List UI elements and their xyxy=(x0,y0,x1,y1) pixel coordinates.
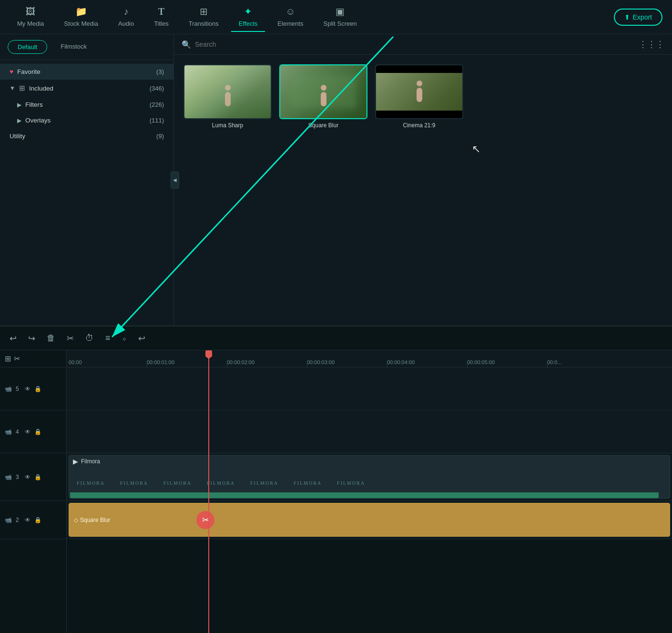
redo-button[interactable]: ↪ xyxy=(26,331,37,346)
nav-elements-label: Elements xyxy=(277,20,303,27)
export-label: Export xyxy=(633,13,652,21)
ruler-mark-2: 00:00:02:00 xyxy=(227,359,255,365)
category-favorite-count: (3) xyxy=(156,68,164,75)
effect-label-luma-sharp: Luma Sharp xyxy=(183,122,272,129)
nav-my-media[interactable]: 🖼 My Media xyxy=(10,2,51,32)
included-grid-icon: ⊞ xyxy=(19,84,25,92)
nav-effects[interactable]: ✦ Effects xyxy=(231,2,265,32)
track2-video-icon: 📹 xyxy=(5,517,12,523)
scissors-on-clip: ✂ xyxy=(196,511,214,529)
filmora-clip-label: ▶ Filmora xyxy=(73,458,100,465)
ruler-mark-3: 00:00:03:00 xyxy=(307,359,335,365)
my-media-icon: 🖼 xyxy=(26,6,35,17)
undo-button[interactable]: ↩ xyxy=(8,331,19,346)
filmora-text-3: FILMORA xyxy=(156,480,199,486)
nav-transitions[interactable]: ⊞ Transitions xyxy=(181,2,226,32)
search-input[interactable] xyxy=(195,41,635,48)
track-label-5: 📹 5 👁 🔒 xyxy=(0,368,66,410)
search-bar: 🔍 ⋮⋮⋮ xyxy=(174,34,672,55)
category-included-count: (346) xyxy=(150,85,164,92)
overlays-chevron-icon: ▶ xyxy=(17,117,21,124)
filmora-text-5: FILMORA xyxy=(243,480,286,486)
track4-number: 4 xyxy=(16,429,19,435)
category-filters-label: Filters xyxy=(25,101,43,108)
track4-eye-icon[interactable]: 👁 xyxy=(25,429,31,435)
effect-card-cinema-21-9[interactable]: Cinema 21:9 xyxy=(375,64,463,129)
nav-split-screen-label: Split Screen xyxy=(324,20,357,27)
category-list: ♥ Favorite (3) ▼ ⊞ Included (346) ▶ Filt… xyxy=(0,60,173,326)
track-5 xyxy=(67,368,672,410)
timeline-area: ↩ ↪ 🗑 ✂ ⏱ ≡ ⬦ ↩ ⊞ ✂ 📹 5 👁 🔒 📹 xyxy=(0,326,672,633)
timer-button[interactable]: ⏱ xyxy=(83,331,96,345)
effect-label-cinema-21-9: Cinema 21:9 xyxy=(375,122,463,129)
nav-audio-label: Audio xyxy=(118,20,134,27)
effect-thumb-cinema-21-9 xyxy=(375,64,463,119)
nav-stock-media[interactable]: 📁 Stock Media xyxy=(56,2,106,32)
effect-label-square-blur: Square Blur xyxy=(279,122,367,129)
filmora-text-6: FILMORA xyxy=(286,480,329,486)
category-utility[interactable]: Utility (9) xyxy=(0,128,173,144)
category-overlays-count: (111) xyxy=(150,117,164,124)
cut-button[interactable]: ✂ xyxy=(65,331,76,346)
track2-eye-icon[interactable]: 👁 xyxy=(25,517,31,523)
panel-collapse-button[interactable]: ◀ xyxy=(171,172,179,189)
filmora-label-text: Filmora xyxy=(81,458,100,465)
export-button[interactable]: ⬆ Export xyxy=(614,9,662,26)
filmora-clip[interactable]: ▶ Filmora FILMORA FILMORA FILMORA FILMOR… xyxy=(69,455,670,499)
delete-button[interactable]: 🗑 xyxy=(45,331,57,345)
add-track-icon[interactable]: ⊞ xyxy=(5,354,11,363)
settings-button[interactable]: ≡ xyxy=(103,331,112,345)
effect-thumb-square-blur xyxy=(279,64,367,119)
effects-grid: Luma Sharp Square Blur xyxy=(174,55,672,138)
nav-split-screen[interactable]: ▣ Split Screen xyxy=(316,2,365,32)
ruler-mark-0: 00:00 xyxy=(69,359,82,365)
elements-icon: ☺ xyxy=(285,6,295,17)
category-favorite-label: Favorite xyxy=(17,68,41,75)
filmora-text-7: FILMORA xyxy=(329,480,373,486)
transitions-icon: ⊞ xyxy=(200,6,208,17)
track-labels-header: ⊞ ✂ xyxy=(0,350,66,368)
track3-number: 3 xyxy=(16,474,19,480)
ruler-mark-4: 00:00:04:00 xyxy=(387,359,415,365)
search-icon: 🔍 xyxy=(182,40,191,49)
nav-audio[interactable]: ♪ Audio xyxy=(111,2,142,32)
category-filters[interactable]: ▶ Filters (226) xyxy=(0,97,173,112)
nav-elements[interactable]: ☺ Elements xyxy=(270,2,311,32)
track3-lock-icon[interactable]: 🔒 xyxy=(34,474,41,480)
category-overlays[interactable]: ▶ Overlays (111) xyxy=(0,112,173,128)
filmora-progress-bar xyxy=(70,492,659,498)
magnet-icon[interactable]: ✂ xyxy=(14,354,20,363)
cursor-indicator: ↖ xyxy=(472,143,480,155)
filters-chevron-icon: ▶ xyxy=(17,102,21,108)
track4-lock-icon[interactable]: 🔒 xyxy=(34,429,41,435)
waveform-button[interactable]: ⬦ xyxy=(120,332,129,345)
grid-toggle-icon[interactable]: ⋮⋮⋮ xyxy=(639,39,664,50)
track3-video-icon: 📹 xyxy=(5,474,12,480)
effect-card-square-blur[interactable]: Square Blur xyxy=(279,64,367,129)
track5-number: 5 xyxy=(16,386,19,392)
tab-default[interactable]: Default xyxy=(8,40,47,54)
timeline-tracks: 00:00 00:00:01:00 00:00:02:00 00:00:03:0… xyxy=(67,350,672,633)
zoom-button[interactable]: ↩ xyxy=(136,331,147,346)
square-blur-diamond-icon: ◇ xyxy=(74,517,78,523)
split-screen-icon: ▣ xyxy=(336,6,345,17)
track5-lock-icon[interactable]: 🔒 xyxy=(34,386,41,392)
titles-icon: T xyxy=(158,6,164,17)
track2-lock-icon[interactable]: 🔒 xyxy=(34,517,41,523)
nav-titles[interactable]: T Titles xyxy=(146,2,176,32)
category-included[interactable]: ▼ ⊞ Included (346) xyxy=(0,80,173,97)
main-layout: Default Filmstock ♥ Favorite (3) ▼ ⊞ Inc… xyxy=(0,34,672,326)
export-icon: ⬆ xyxy=(624,13,630,21)
square-blur-clip[interactable]: ◇ Square Blur ✂ xyxy=(69,503,670,537)
track-label-4: 📹 4 👁 🔒 xyxy=(0,410,66,453)
track5-eye-icon[interactable]: 👁 xyxy=(25,386,31,392)
effect-card-luma-sharp[interactable]: Luma Sharp xyxy=(183,64,272,129)
tab-filmstock[interactable]: Filmstock xyxy=(51,40,96,54)
nav-my-media-label: My Media xyxy=(17,20,44,27)
track3-eye-icon[interactable]: 👁 xyxy=(25,474,31,480)
filmora-text-2: FILMORA xyxy=(112,480,156,486)
stock-media-icon: 📁 xyxy=(75,6,87,17)
category-favorite[interactable]: ♥ Favorite (3) xyxy=(0,64,173,80)
favorite-icon: ♥ xyxy=(10,68,13,75)
filmora-text-4: FILMORA xyxy=(199,480,243,486)
